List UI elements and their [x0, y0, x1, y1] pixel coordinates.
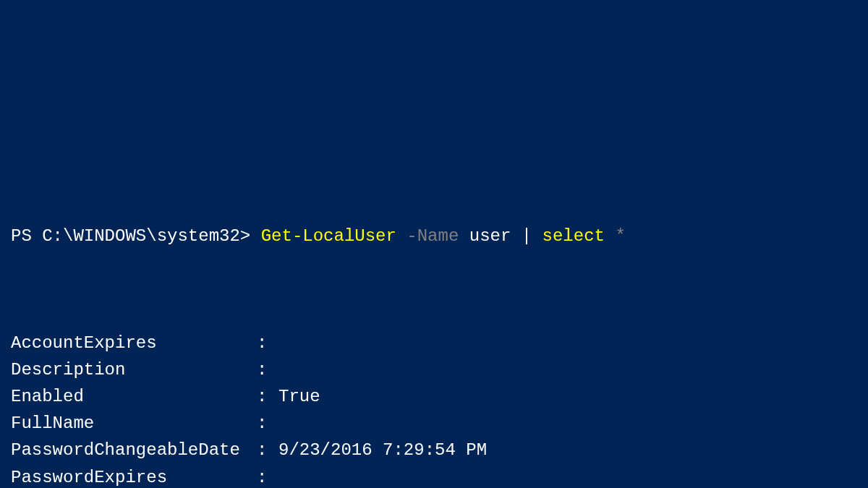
- property-name: AccountExpires: [11, 330, 257, 356]
- output-block: AccountExpires:Description:Enabled:TrueF…: [11, 330, 857, 488]
- output-row: FullName:: [11, 410, 857, 437]
- property-value: 9/23/2016 7:29:54 PM: [278, 437, 487, 463]
- select-cmdlet: select: [542, 226, 605, 246]
- command-line: PS C:\WINDOWS\system32> Get-LocalUser -N…: [11, 223, 857, 249]
- property-name: Enabled: [11, 383, 257, 410]
- output-row: Enabled:True: [11, 383, 857, 410]
- colon-separator: :: [257, 383, 278, 410]
- powershell-terminal[interactable]: PS C:\WINDOWS\system32> Get-LocalUser -N…: [0, 108, 868, 488]
- param-arg: user: [469, 226, 511, 246]
- colon-separator: :: [257, 330, 278, 356]
- property-name: FullName: [11, 410, 257, 437]
- star-wildcard: *: [615, 226, 625, 246]
- output-row: AccountExpires:: [11, 330, 857, 356]
- param-name: -Name: [407, 226, 459, 246]
- cmdlet-name: Get-LocalUser: [261, 226, 396, 246]
- colon-separator: :: [257, 356, 278, 383]
- pipe-operator: |: [522, 226, 532, 246]
- output-row: PasswordChangeableDate:9/23/2016 7:29:54…: [11, 437, 857, 463]
- colon-separator: :: [257, 410, 278, 437]
- colon-separator: :: [257, 464, 278, 488]
- prompt-prefix: PS C:\WINDOWS\system32>: [11, 226, 250, 246]
- property-name: PasswordExpires: [11, 464, 257, 488]
- property-name: Description: [11, 356, 257, 383]
- property-value: True: [278, 383, 320, 410]
- property-name: PasswordChangeableDate: [11, 437, 257, 463]
- colon-separator: :: [257, 437, 278, 463]
- output-row: Description:: [11, 356, 857, 383]
- output-row: PasswordExpires:: [11, 464, 857, 488]
